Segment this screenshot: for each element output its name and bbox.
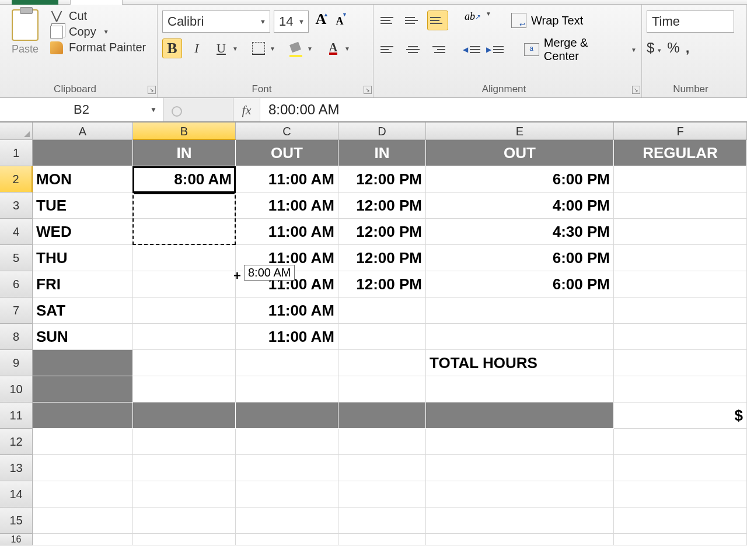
cell[interactable]: MON bbox=[33, 166, 133, 192]
cell[interactable]: SUN bbox=[33, 324, 133, 350]
cell[interactable] bbox=[133, 192, 236, 219]
cell[interactable] bbox=[133, 298, 236, 324]
cell[interactable] bbox=[614, 429, 747, 455]
row-header[interactable]: 15 bbox=[0, 508, 33, 534]
italic-button[interactable]: I bbox=[187, 38, 207, 58]
cell[interactable]: REGULAR bbox=[614, 140, 747, 166]
cell[interactable] bbox=[33, 376, 133, 402]
row-header[interactable]: 14 bbox=[0, 481, 33, 508]
fill-color-button[interactable]: ▼ bbox=[286, 38, 306, 58]
chevron-down-icon[interactable]: ▼ bbox=[260, 18, 266, 25]
cell[interactable] bbox=[33, 429, 133, 455]
format-painter-button[interactable]: Format Painter bbox=[50, 41, 146, 54]
cell[interactable]: WED bbox=[33, 219, 133, 245]
chevron-down-icon[interactable]: ▼ bbox=[344, 46, 350, 52]
cut-button[interactable]: Cut bbox=[50, 9, 146, 23]
align-center-button[interactable] bbox=[403, 40, 424, 60]
increase-font-button[interactable]: A▲ bbox=[312, 10, 330, 33]
cell[interactable]: 12:00 PM bbox=[338, 166, 426, 192]
cell[interactable] bbox=[33, 508, 133, 534]
chevron-down-icon[interactable]: ▼ bbox=[486, 10, 491, 17]
cell[interactable]: 4:30 PM bbox=[426, 219, 614, 245]
cell[interactable]: TOTAL HOURS bbox=[426, 350, 614, 376]
worksheet[interactable]: A B C D E F 1 IN OUT IN OUT REGULAR 2 MO… bbox=[0, 123, 747, 545]
borders-button[interactable]: ▼ bbox=[249, 38, 268, 58]
cell[interactable] bbox=[614, 298, 747, 324]
chevron-down-icon[interactable]: ▼ bbox=[631, 47, 637, 53]
cell[interactable] bbox=[426, 402, 614, 429]
cell[interactable]: 11:00 AM bbox=[236, 192, 338, 219]
cell[interactable] bbox=[614, 350, 747, 376]
cell[interactable] bbox=[133, 219, 236, 245]
cell[interactable] bbox=[426, 429, 614, 455]
file-tab[interactable] bbox=[12, 0, 58, 5]
cell[interactable] bbox=[426, 376, 614, 402]
bold-button[interactable]: B bbox=[162, 38, 182, 58]
row-header[interactable]: 10 bbox=[0, 376, 33, 402]
currency-button[interactable]: $ bbox=[647, 40, 661, 56]
cell[interactable] bbox=[236, 402, 338, 429]
cell[interactable] bbox=[133, 429, 236, 455]
cell[interactable]: IN bbox=[338, 140, 426, 166]
row-header[interactable]: 13 bbox=[0, 455, 33, 481]
cell[interactable] bbox=[614, 219, 747, 245]
select-all-button[interactable] bbox=[0, 123, 33, 140]
cell[interactable] bbox=[133, 534, 236, 545]
orientation-button[interactable]: ab▼ bbox=[462, 10, 483, 30]
col-header-A[interactable]: A bbox=[33, 123, 133, 140]
paste-button[interactable]: Paste bbox=[5, 7, 46, 77]
row-header[interactable]: 3 bbox=[0, 192, 33, 219]
cell[interactable] bbox=[614, 245, 747, 271]
cell[interactable]: FRI bbox=[33, 271, 133, 298]
chevron-down-icon[interactable]: ▼ bbox=[298, 18, 305, 25]
font-size-combo[interactable]: 14 ▼ bbox=[274, 10, 309, 33]
cell[interactable] bbox=[338, 508, 426, 534]
decrease-font-button[interactable]: A▼ bbox=[331, 10, 348, 33]
chevron-down-icon[interactable]: ▼ bbox=[307, 46, 313, 52]
row-header[interactable]: 8 bbox=[0, 324, 33, 350]
cell[interactable]: 12:00 PM bbox=[338, 271, 426, 298]
name-box[interactable]: B2 ▼ bbox=[0, 98, 163, 121]
cell[interactable]: SAT bbox=[33, 298, 133, 324]
cell[interactable] bbox=[338, 376, 426, 402]
cell[interactable] bbox=[33, 455, 133, 481]
font-color-button[interactable]: A▼ bbox=[323, 38, 343, 58]
cell[interactable]: 11:00 AM bbox=[236, 324, 338, 350]
number-format-combo[interactable]: Time bbox=[647, 10, 734, 33]
cell[interactable]: 11:00 AM bbox=[236, 271, 338, 298]
chevron-down-icon[interactable]: ▼ bbox=[103, 29, 109, 35]
cell[interactable]: 12:00 PM bbox=[338, 192, 426, 219]
row-header[interactable]: 12 bbox=[0, 429, 33, 455]
cell[interactable] bbox=[33, 350, 133, 376]
wrap-text-button[interactable]: Wrap Text bbox=[505, 13, 583, 28]
cell[interactable] bbox=[338, 298, 426, 324]
fx-icon[interactable]: fx bbox=[233, 98, 260, 121]
cell[interactable] bbox=[338, 350, 426, 376]
cell[interactable]: IN bbox=[133, 140, 236, 166]
cell[interactable]: 11:00 AM bbox=[236, 298, 338, 324]
cell[interactable] bbox=[614, 508, 747, 534]
underline-button[interactable]: U▼ bbox=[211, 38, 231, 58]
cell[interactable]: OUT bbox=[236, 140, 338, 166]
col-header-D[interactable]: D bbox=[338, 123, 426, 140]
cell[interactable] bbox=[236, 376, 338, 402]
cell[interactable] bbox=[614, 376, 747, 402]
cell[interactable] bbox=[338, 481, 426, 508]
align-bottom-button[interactable] bbox=[427, 10, 448, 30]
col-header-B[interactable]: B bbox=[133, 123, 236, 140]
cell[interactable] bbox=[236, 481, 338, 508]
cell[interactable] bbox=[33, 481, 133, 508]
cell[interactable] bbox=[133, 508, 236, 534]
cell[interactable] bbox=[426, 508, 614, 534]
cell[interactable]: 12:00 PM bbox=[338, 245, 426, 271]
cell[interactable] bbox=[426, 324, 614, 350]
comma-style-button[interactable]: , bbox=[686, 40, 690, 56]
chevron-down-icon[interactable]: ▼ bbox=[270, 46, 275, 52]
cell[interactable]: 11:00 AM bbox=[236, 166, 338, 192]
cell[interactable] bbox=[133, 245, 236, 271]
dialog-launcher-icon[interactable]: ↘ bbox=[364, 86, 372, 94]
chevron-down-icon[interactable]: ▼ bbox=[232, 46, 238, 52]
merge-center-button[interactable]: Merge & Center ▼ bbox=[521, 36, 637, 63]
cell[interactable] bbox=[426, 534, 614, 545]
row-header[interactable]: 6 bbox=[0, 271, 33, 298]
